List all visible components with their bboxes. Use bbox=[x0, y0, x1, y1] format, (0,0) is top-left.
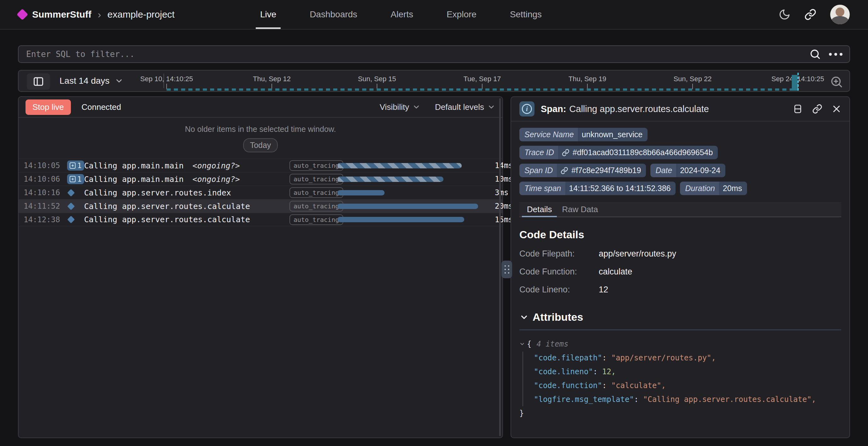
json-colon: : bbox=[634, 395, 639, 404]
badge-value: #df01acad0311189c8b66a466d969654b bbox=[572, 148, 713, 157]
attributes-heading[interactable]: Attributes bbox=[519, 311, 841, 323]
nav-tabs: Live Dashboards Alerts Explore Settings bbox=[256, 0, 546, 29]
panel-layout-icon[interactable] bbox=[793, 104, 803, 114]
scrollbar[interactable] bbox=[499, 98, 501, 436]
tag-auto-tracing[interactable]: auto_tracing bbox=[289, 174, 343, 185]
span-diamond-icon bbox=[67, 189, 75, 196]
json-open-line[interactable]: { 4 items bbox=[519, 337, 841, 351]
date-badge: Date 2024-09-24 bbox=[650, 164, 725, 177]
detail-tabs: Details Raw Data bbox=[519, 202, 841, 217]
json-key: "code.lineno" bbox=[534, 367, 593, 376]
tab-alerts[interactable]: Alerts bbox=[386, 0, 417, 29]
tab-details[interactable]: Details bbox=[524, 202, 554, 217]
span-row[interactable]: 14:10:06 1 Calling app.main.main<ongoing… bbox=[19, 172, 502, 186]
json-entry: "code.lineno": 12, bbox=[519, 365, 841, 379]
json-value: "Calling app.server.routes.calculate", bbox=[643, 395, 816, 404]
attributes-json-viewer: { 4 items "code.filepath": "app/server/r… bbox=[519, 337, 841, 420]
default-levels-label: Default levels bbox=[435, 102, 484, 112]
no-older-items-message: No older items in the selected time wind… bbox=[19, 125, 502, 134]
span-row-selected[interactable]: 14:11:52 Calling app.server.routes.calcu… bbox=[19, 199, 502, 213]
duration-bar bbox=[337, 163, 462, 168]
json-colon: : bbox=[602, 381, 607, 390]
span-detail-panel: i Span:Calling app.server.routes.calcula… bbox=[510, 96, 850, 438]
nav-actions bbox=[779, 5, 850, 24]
copy-link-icon[interactable] bbox=[812, 104, 822, 114]
sidebar-toggle-button[interactable] bbox=[27, 73, 50, 90]
tag-auto-tracing[interactable]: auto_tracing bbox=[289, 160, 343, 171]
expand-children-badge[interactable]: 1 bbox=[67, 161, 84, 170]
info-icon: i bbox=[519, 101, 534, 117]
dark-mode-toggle-icon[interactable] bbox=[779, 8, 790, 21]
kv-value: 12 bbox=[599, 285, 608, 295]
badge-label: Span ID bbox=[519, 164, 557, 177]
today-button[interactable]: Today bbox=[243, 138, 278, 152]
trace-id-badge[interactable]: Trace ID #df01acad0311189c8b66a466d96965… bbox=[519, 146, 718, 159]
row-timestamp: 14:10:05 bbox=[24, 161, 67, 170]
json-close-brace: } bbox=[519, 409, 524, 418]
tab-dashboards[interactable]: Dashboards bbox=[305, 0, 362, 29]
child-count: 1 bbox=[77, 161, 82, 170]
org-name[interactable]: SummerStuff bbox=[32, 9, 91, 20]
kv-value: calculate bbox=[599, 267, 632, 277]
badge-label: Trace ID bbox=[519, 146, 558, 159]
json-entry: "code.filepath": "app/server/routes.py", bbox=[519, 351, 841, 365]
chevron-down-icon bbox=[115, 76, 123, 85]
span-title-prefix: Span: bbox=[541, 104, 566, 114]
span-row[interactable]: 14:12:38 Calling app.server.routes.calcu… bbox=[19, 213, 502, 226]
time-range-dropdown[interactable]: Last 14 days bbox=[60, 70, 123, 91]
span-title-text: Calling app.server.routes.calculate bbox=[569, 104, 709, 114]
timeline-tick-label: Tue, Sep 17 bbox=[463, 75, 501, 83]
service-name-badge: Service Name unknown_service bbox=[519, 128, 648, 141]
tab-explore[interactable]: Explore bbox=[442, 0, 481, 29]
json-value: "calculate", bbox=[611, 381, 666, 390]
span-list: 14:10:05 1 Calling app.main.main<ongoing… bbox=[19, 159, 502, 226]
close-icon[interactable] bbox=[832, 104, 841, 114]
tab-settings[interactable]: Settings bbox=[505, 0, 546, 29]
json-open-brace: { bbox=[527, 340, 531, 348]
stop-live-button[interactable]: Stop live bbox=[26, 99, 71, 115]
attributes-divider bbox=[519, 329, 841, 330]
visibility-dropdown[interactable]: Visibility bbox=[379, 102, 420, 112]
panel-resize-handle[interactable] bbox=[501, 261, 512, 278]
span-row[interactable]: 14:10:16 Calling app.server.routes.index… bbox=[19, 186, 502, 199]
span-message: Calling app.server.routes.index bbox=[84, 188, 231, 197]
zoom-in-icon[interactable] bbox=[830, 75, 843, 89]
brand-logo-icon bbox=[17, 9, 28, 21]
sql-filter-input[interactable] bbox=[19, 50, 809, 59]
tab-live[interactable]: Live bbox=[256, 0, 281, 29]
tab-raw-data[interactable]: Raw Data bbox=[559, 202, 600, 217]
badge-label: Time span bbox=[519, 182, 565, 195]
timeline-activity-spike bbox=[792, 75, 798, 91]
code-function-row: Code Function: calculate bbox=[519, 267, 841, 277]
span-id-badge[interactable]: Span ID #f7c8e294f7489b19 bbox=[519, 164, 646, 177]
more-options-icon[interactable] bbox=[829, 53, 842, 56]
row-timestamp: 14:11:52 bbox=[24, 202, 67, 211]
tag-auto-tracing[interactable]: auto_tracing bbox=[289, 214, 343, 225]
default-levels-dropdown[interactable]: Default levels bbox=[435, 102, 495, 112]
share-link-icon[interactable] bbox=[804, 8, 816, 21]
time-range-label: Last 14 days bbox=[60, 76, 110, 86]
span-diamond-icon bbox=[67, 216, 75, 223]
code-details-heading: Code Details bbox=[519, 228, 841, 241]
json-entry: "code.function": "calculate", bbox=[519, 379, 841, 392]
json-key: "code.filepath" bbox=[534, 353, 602, 362]
badge-value: 2024-09-24 bbox=[676, 164, 725, 177]
project-name[interactable]: example-project bbox=[107, 9, 175, 20]
duration-bar bbox=[337, 190, 384, 195]
user-avatar[interactable] bbox=[830, 5, 850, 24]
top-nav: SummerStuff › example-project Live Dashb… bbox=[0, 0, 868, 30]
span-message: Calling app.main.main bbox=[84, 175, 184, 184]
live-feed-panel: Stop live Connected Visibility Default l… bbox=[18, 96, 503, 438]
search-icon[interactable] bbox=[809, 49, 821, 60]
row-timestamp: 14:10:06 bbox=[24, 175, 67, 184]
tag-auto-tracing[interactable]: auto_tracing bbox=[289, 187, 343, 198]
tag-auto-tracing[interactable]: auto_tracing bbox=[289, 201, 343, 212]
kv-label: Code Filepath: bbox=[519, 249, 599, 259]
link-icon bbox=[562, 149, 569, 156]
span-row[interactable]: 14:10:05 1 Calling app.main.main<ongoing… bbox=[19, 159, 502, 172]
collapse-icon bbox=[519, 341, 525, 347]
link-icon bbox=[561, 167, 568, 174]
expand-children-badge[interactable]: 1 bbox=[67, 174, 84, 184]
json-close-line: } bbox=[519, 406, 841, 420]
span-message: Calling app.server.routes.calculate bbox=[84, 215, 250, 224]
